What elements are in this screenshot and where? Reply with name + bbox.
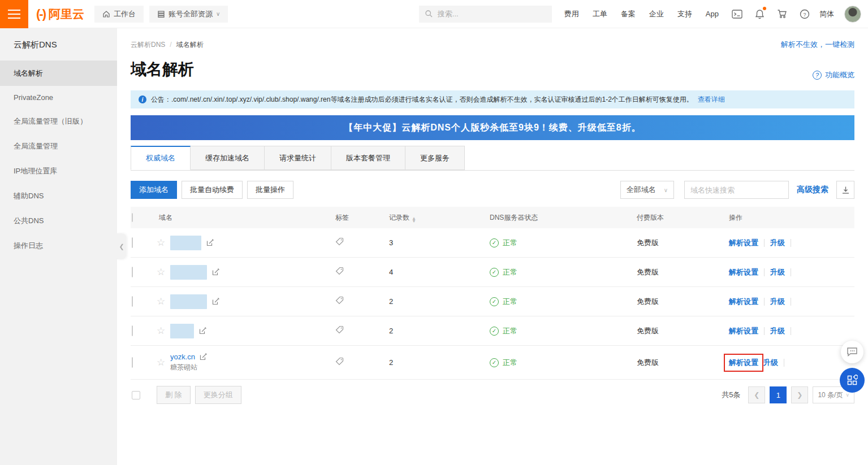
star-icon[interactable]: ☆ xyxy=(157,357,170,368)
sidebar-item-ip-geo[interactable]: IP地理位置库 xyxy=(0,159,117,184)
select-all-checkbox[interactable] xyxy=(132,213,133,222)
announcement-detail-link[interactable]: 查看详细 xyxy=(698,95,725,105)
breadcrumb-current: 域名解析 xyxy=(176,41,204,49)
table-row: ☆ yozk.cn 糖茶砌站 2 ✓正常 免费版 解析设置 升级 xyxy=(131,346,854,380)
star-icon[interactable]: ☆ xyxy=(157,266,170,278)
sidebar-item-domain-resolution[interactable]: 域名解析 xyxy=(0,61,117,86)
pagination-page-1[interactable]: 1 xyxy=(770,386,787,403)
table-toolbar: 添加域名 批量自动续费 批量操作 全部域名 ∨ 高级搜索 xyxy=(131,181,854,199)
sidebar-item-public-dns[interactable]: 公共DNS xyxy=(0,208,117,233)
widget-launcher-button[interactable] xyxy=(840,368,865,393)
tab-authoritative-domains[interactable]: 权威域名 xyxy=(131,146,191,170)
breadcrumb-parent[interactable]: 云解析DNS xyxy=(131,41,165,49)
row-checkbox[interactable] xyxy=(132,357,133,368)
tag-icon[interactable] xyxy=(335,296,344,305)
menu-item-billing[interactable]: 费用 xyxy=(564,9,579,19)
paid-version: 免费版 xyxy=(637,358,729,368)
aliyun-logo[interactable]: (-) 阿里云 xyxy=(36,6,84,22)
topbar-icons: ? xyxy=(731,8,810,20)
resolution-settings-link[interactable]: 解析设置 xyxy=(729,297,758,307)
announcement-text: 公告：.com/.net/.cn/.xin/.top/.xyz/.vip/.cl… xyxy=(151,95,693,105)
advanced-search-link[interactable]: 高级搜索 xyxy=(797,185,828,195)
tab-more-services[interactable]: 更多服务 xyxy=(405,146,465,170)
help-icon[interactable]: ? xyxy=(799,8,810,20)
edit-remark-icon[interactable] xyxy=(206,238,214,247)
sidebar-item-privatezone[interactable]: PrivateZone xyxy=(0,86,117,109)
workbench-label: 工作台 xyxy=(114,9,136,19)
feature-overview-label: 功能概览 xyxy=(825,70,854,80)
tag-icon[interactable] xyxy=(335,237,344,246)
export-download-button[interactable] xyxy=(836,181,854,199)
user-avatar[interactable] xyxy=(844,6,861,23)
redacted-domain xyxy=(170,324,194,338)
menu-item-icp[interactable]: 备案 xyxy=(621,9,636,19)
cloudshell-icon[interactable] xyxy=(731,8,742,20)
feedback-button[interactable] xyxy=(841,341,863,363)
tag-icon[interactable] xyxy=(335,357,344,366)
hamburger-menu-icon[interactable] xyxy=(0,0,28,28)
sidebar-item-gtm[interactable]: 全局流量管理 xyxy=(0,134,117,159)
footer-select-all-checkbox[interactable] xyxy=(132,391,140,399)
star-icon[interactable]: ☆ xyxy=(157,325,170,337)
record-count: 4 xyxy=(389,268,490,276)
batch-auto-renew-button[interactable]: 批量自动续费 xyxy=(182,181,243,199)
topbar-menu: 费用 工单 备案 企业 支持 App xyxy=(564,9,719,19)
row-checkbox[interactable] xyxy=(132,325,133,336)
delete-button[interactable]: 删 除 xyxy=(157,386,191,404)
change-group-button[interactable]: 更换分组 xyxy=(195,386,241,404)
status-text: 正常 xyxy=(503,267,517,277)
domain-search-input[interactable] xyxy=(690,186,790,194)
menu-item-enterprise[interactable]: 企业 xyxy=(649,9,664,19)
add-domain-button[interactable]: 添加域名 xyxy=(131,181,177,199)
upgrade-link[interactable]: 升级 xyxy=(770,238,785,248)
upgrade-link[interactable]: 升级 xyxy=(763,358,778,368)
edit-remark-icon[interactable] xyxy=(198,327,207,335)
star-icon[interactable]: ☆ xyxy=(157,295,170,307)
star-icon[interactable]: ☆ xyxy=(157,237,170,249)
edit-remark-icon[interactable] xyxy=(211,268,220,276)
tab-request-statistics[interactable]: 请求量统计 xyxy=(265,146,331,170)
resolution-settings-link[interactable]: 解析设置 xyxy=(729,326,758,336)
sort-icon[interactable]: ▲▼ xyxy=(412,217,416,223)
menu-item-support[interactable]: 支持 xyxy=(677,9,692,19)
upgrade-link[interactable]: 升级 xyxy=(770,267,785,277)
resolution-settings-link[interactable]: 解析设置 xyxy=(729,358,758,367)
sidebar-item-operation-log[interactable]: 操作日志 xyxy=(0,233,117,258)
resolution-settings-link[interactable]: 解析设置 xyxy=(729,238,758,248)
row-checkbox[interactable] xyxy=(132,267,133,277)
account-resources-button[interactable]: 账号全部资源 ∨ xyxy=(149,6,228,23)
batch-operations-button[interactable]: 批量操作 xyxy=(247,181,293,199)
tab-plan-management[interactable]: 版本套餐管理 xyxy=(331,146,405,170)
row-checkbox[interactable] xyxy=(132,237,133,248)
locale-switch[interactable]: 简体 xyxy=(819,9,834,19)
feature-overview-link[interactable]: ? 功能概览 xyxy=(813,70,854,80)
pagination-next-button[interactable]: ❯ xyxy=(791,386,808,403)
menu-item-tickets[interactable]: 工单 xyxy=(593,9,607,19)
tag-icon[interactable] xyxy=(335,325,344,334)
sidebar-item-gtm-legacy[interactable]: 全局流量管理（旧版） xyxy=(0,109,117,134)
row-checkbox[interactable] xyxy=(132,296,133,307)
notifications-bell-icon[interactable] xyxy=(754,8,765,20)
tag-icon[interactable] xyxy=(335,267,344,275)
promo-banner[interactable]: 【年中大促】云解析DNS个人版秒杀低至9块9！续费、升级低至8折。 xyxy=(131,115,854,140)
domain-filter-select[interactable]: 全部域名 ∨ xyxy=(620,181,674,199)
edit-remark-icon[interactable] xyxy=(211,297,220,306)
resolution-check-link[interactable]: 解析不生效，一键检测 xyxy=(781,40,854,50)
workbench-button[interactable]: 工作台 xyxy=(94,6,144,23)
resolution-settings-link[interactable]: 解析设置 xyxy=(729,267,758,277)
pagination-prev-button[interactable]: ❮ xyxy=(748,386,765,403)
sidebar-collapse-handle[interactable]: ❮ xyxy=(117,233,126,259)
sidebar-item-secondary-dns[interactable]: 辅助DNS xyxy=(0,184,117,208)
upgrade-link[interactable]: 升级 xyxy=(770,326,785,336)
upgrade-link[interactable]: 升级 xyxy=(770,297,785,307)
tab-cache-accelerated-domains[interactable]: 缓存加速域名 xyxy=(191,146,265,170)
edit-remark-icon[interactable] xyxy=(199,353,208,361)
status-ok-icon: ✓ xyxy=(490,327,499,336)
global-search-input[interactable]: 搜索... xyxy=(419,6,552,23)
domain-link[interactable]: yozk.cn xyxy=(170,353,195,361)
announcement-bar: i 公告：.com/.net/.cn/.xin/.top/.xyz/.vip/.… xyxy=(131,90,854,108)
status-ok-icon: ✓ xyxy=(490,268,499,277)
header-records[interactable]: 记录数▲▼ xyxy=(389,213,490,223)
menu-item-app[interactable]: App xyxy=(706,10,719,18)
cart-icon[interactable] xyxy=(776,8,788,20)
